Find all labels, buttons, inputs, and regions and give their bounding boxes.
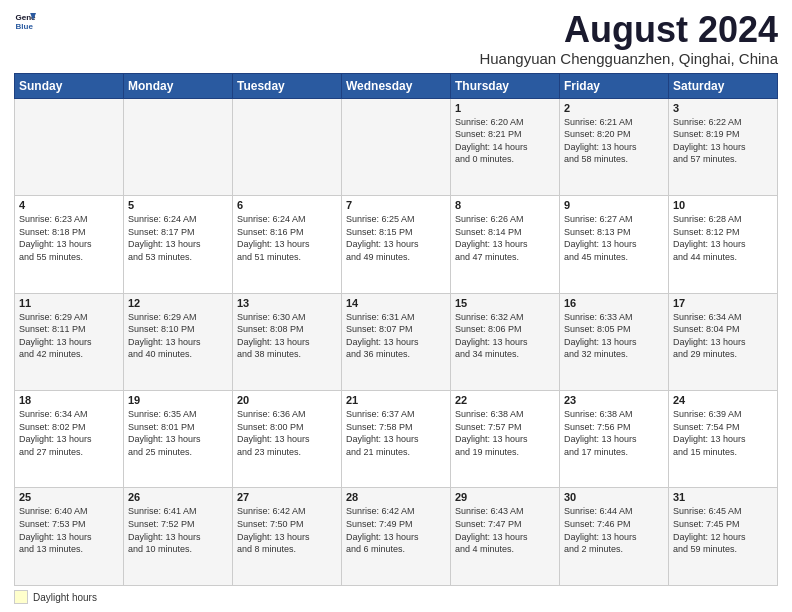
calendar-cell bbox=[233, 98, 342, 195]
day-number: 6 bbox=[237, 199, 337, 211]
day-number: 23 bbox=[564, 394, 664, 406]
page-title: August 2024 bbox=[134, 10, 778, 50]
day-info: Sunrise: 6:45 AMSunset: 7:45 PMDaylight:… bbox=[673, 505, 773, 555]
day-number: 5 bbox=[128, 199, 228, 211]
legend-label: Daylight hours bbox=[33, 592, 97, 603]
day-info: Sunrise: 6:38 AMSunset: 7:56 PMDaylight:… bbox=[564, 408, 664, 458]
day-info: Sunrise: 6:40 AMSunset: 7:53 PMDaylight:… bbox=[19, 505, 119, 555]
day-info: Sunrise: 6:34 AMSunset: 8:02 PMDaylight:… bbox=[19, 408, 119, 458]
day-info: Sunrise: 6:24 AMSunset: 8:17 PMDaylight:… bbox=[128, 213, 228, 263]
calendar-cell bbox=[15, 98, 124, 195]
calendar-cell: 31Sunrise: 6:45 AMSunset: 7:45 PMDayligh… bbox=[669, 488, 778, 586]
day-info: Sunrise: 6:28 AMSunset: 8:12 PMDaylight:… bbox=[673, 213, 773, 263]
calendar-cell: 2Sunrise: 6:21 AMSunset: 8:20 PMDaylight… bbox=[560, 98, 669, 195]
calendar-week-row: 1Sunrise: 6:20 AMSunset: 8:21 PMDaylight… bbox=[15, 98, 778, 195]
title-area: August 2024 Huangyuan Chengguanzhen, Qin… bbox=[134, 10, 778, 67]
day-info: Sunrise: 6:42 AMSunset: 7:50 PMDaylight:… bbox=[237, 505, 337, 555]
weekday-header: Wednesday bbox=[342, 73, 451, 98]
day-info: Sunrise: 6:20 AMSunset: 8:21 PMDaylight:… bbox=[455, 116, 555, 166]
day-number: 24 bbox=[673, 394, 773, 406]
day-number: 20 bbox=[237, 394, 337, 406]
logo-area: General Blue bbox=[14, 10, 134, 32]
calendar-cell: 10Sunrise: 6:28 AMSunset: 8:12 PMDayligh… bbox=[669, 196, 778, 293]
day-info: Sunrise: 6:29 AMSunset: 8:10 PMDaylight:… bbox=[128, 311, 228, 361]
day-info: Sunrise: 6:38 AMSunset: 7:57 PMDaylight:… bbox=[455, 408, 555, 458]
calendar-cell: 30Sunrise: 6:44 AMSunset: 7:46 PMDayligh… bbox=[560, 488, 669, 586]
day-number: 19 bbox=[128, 394, 228, 406]
day-number: 9 bbox=[564, 199, 664, 211]
calendar-cell: 3Sunrise: 6:22 AMSunset: 8:19 PMDaylight… bbox=[669, 98, 778, 195]
day-info: Sunrise: 6:24 AMSunset: 8:16 PMDaylight:… bbox=[237, 213, 337, 263]
day-number: 15 bbox=[455, 297, 555, 309]
day-number: 4 bbox=[19, 199, 119, 211]
day-number: 3 bbox=[673, 102, 773, 114]
day-info: Sunrise: 6:25 AMSunset: 8:15 PMDaylight:… bbox=[346, 213, 446, 263]
calendar-cell: 6Sunrise: 6:24 AMSunset: 8:16 PMDaylight… bbox=[233, 196, 342, 293]
calendar-week-row: 11Sunrise: 6:29 AMSunset: 8:11 PMDayligh… bbox=[15, 293, 778, 390]
day-info: Sunrise: 6:22 AMSunset: 8:19 PMDaylight:… bbox=[673, 116, 773, 166]
calendar-cell: 14Sunrise: 6:31 AMSunset: 8:07 PMDayligh… bbox=[342, 293, 451, 390]
day-number: 21 bbox=[346, 394, 446, 406]
day-number: 28 bbox=[346, 491, 446, 503]
svg-text:Blue: Blue bbox=[15, 22, 33, 31]
calendar-cell: 5Sunrise: 6:24 AMSunset: 8:17 PMDaylight… bbox=[124, 196, 233, 293]
day-number: 25 bbox=[19, 491, 119, 503]
day-number: 1 bbox=[455, 102, 555, 114]
page-subtitle: Huangyuan Chengguanzhen, Qinghai, China bbox=[134, 50, 778, 67]
weekday-header: Saturday bbox=[669, 73, 778, 98]
day-number: 14 bbox=[346, 297, 446, 309]
calendar-cell: 22Sunrise: 6:38 AMSunset: 7:57 PMDayligh… bbox=[451, 391, 560, 488]
calendar-cell: 20Sunrise: 6:36 AMSunset: 8:00 PMDayligh… bbox=[233, 391, 342, 488]
calendar-cell: 13Sunrise: 6:30 AMSunset: 8:08 PMDayligh… bbox=[233, 293, 342, 390]
day-info: Sunrise: 6:43 AMSunset: 7:47 PMDaylight:… bbox=[455, 505, 555, 555]
calendar-cell bbox=[124, 98, 233, 195]
calendar-cell bbox=[342, 98, 451, 195]
day-info: Sunrise: 6:42 AMSunset: 7:49 PMDaylight:… bbox=[346, 505, 446, 555]
weekday-header: Sunday bbox=[15, 73, 124, 98]
day-number: 26 bbox=[128, 491, 228, 503]
footer: Daylight hours bbox=[14, 590, 778, 604]
day-info: Sunrise: 6:36 AMSunset: 8:00 PMDaylight:… bbox=[237, 408, 337, 458]
day-number: 17 bbox=[673, 297, 773, 309]
day-number: 29 bbox=[455, 491, 555, 503]
day-info: Sunrise: 6:35 AMSunset: 8:01 PMDaylight:… bbox=[128, 408, 228, 458]
calendar-cell: 8Sunrise: 6:26 AMSunset: 8:14 PMDaylight… bbox=[451, 196, 560, 293]
day-info: Sunrise: 6:29 AMSunset: 8:11 PMDaylight:… bbox=[19, 311, 119, 361]
calendar-cell: 29Sunrise: 6:43 AMSunset: 7:47 PMDayligh… bbox=[451, 488, 560, 586]
weekday-header: Monday bbox=[124, 73, 233, 98]
calendar-cell: 26Sunrise: 6:41 AMSunset: 7:52 PMDayligh… bbox=[124, 488, 233, 586]
calendar-table: SundayMondayTuesdayWednesdayThursdayFrid… bbox=[14, 73, 778, 586]
day-number: 27 bbox=[237, 491, 337, 503]
day-info: Sunrise: 6:33 AMSunset: 8:05 PMDaylight:… bbox=[564, 311, 664, 361]
calendar-cell: 18Sunrise: 6:34 AMSunset: 8:02 PMDayligh… bbox=[15, 391, 124, 488]
day-number: 10 bbox=[673, 199, 773, 211]
day-number: 13 bbox=[237, 297, 337, 309]
calendar-cell: 11Sunrise: 6:29 AMSunset: 8:11 PMDayligh… bbox=[15, 293, 124, 390]
calendar-cell: 12Sunrise: 6:29 AMSunset: 8:10 PMDayligh… bbox=[124, 293, 233, 390]
calendar-cell: 1Sunrise: 6:20 AMSunset: 8:21 PMDaylight… bbox=[451, 98, 560, 195]
weekday-header: Tuesday bbox=[233, 73, 342, 98]
weekday-header: Friday bbox=[560, 73, 669, 98]
calendar-cell: 7Sunrise: 6:25 AMSunset: 8:15 PMDaylight… bbox=[342, 196, 451, 293]
calendar-cell: 24Sunrise: 6:39 AMSunset: 7:54 PMDayligh… bbox=[669, 391, 778, 488]
day-number: 30 bbox=[564, 491, 664, 503]
page: General Blue August 2024 Huangyuan Cheng… bbox=[0, 0, 792, 612]
day-info: Sunrise: 6:27 AMSunset: 8:13 PMDaylight:… bbox=[564, 213, 664, 263]
calendar-cell: 15Sunrise: 6:32 AMSunset: 8:06 PMDayligh… bbox=[451, 293, 560, 390]
calendar-cell: 23Sunrise: 6:38 AMSunset: 7:56 PMDayligh… bbox=[560, 391, 669, 488]
day-number: 7 bbox=[346, 199, 446, 211]
day-number: 12 bbox=[128, 297, 228, 309]
calendar-cell: 25Sunrise: 6:40 AMSunset: 7:53 PMDayligh… bbox=[15, 488, 124, 586]
day-number: 2 bbox=[564, 102, 664, 114]
calendar-week-row: 4Sunrise: 6:23 AMSunset: 8:18 PMDaylight… bbox=[15, 196, 778, 293]
calendar-cell: 16Sunrise: 6:33 AMSunset: 8:05 PMDayligh… bbox=[560, 293, 669, 390]
day-number: 18 bbox=[19, 394, 119, 406]
day-info: Sunrise: 6:39 AMSunset: 7:54 PMDaylight:… bbox=[673, 408, 773, 458]
calendar-cell: 17Sunrise: 6:34 AMSunset: 8:04 PMDayligh… bbox=[669, 293, 778, 390]
day-info: Sunrise: 6:30 AMSunset: 8:08 PMDaylight:… bbox=[237, 311, 337, 361]
calendar-week-row: 18Sunrise: 6:34 AMSunset: 8:02 PMDayligh… bbox=[15, 391, 778, 488]
day-info: Sunrise: 6:23 AMSunset: 8:18 PMDaylight:… bbox=[19, 213, 119, 263]
calendar-cell: 4Sunrise: 6:23 AMSunset: 8:18 PMDaylight… bbox=[15, 196, 124, 293]
day-number: 22 bbox=[455, 394, 555, 406]
logo-icon: General Blue bbox=[14, 10, 36, 32]
